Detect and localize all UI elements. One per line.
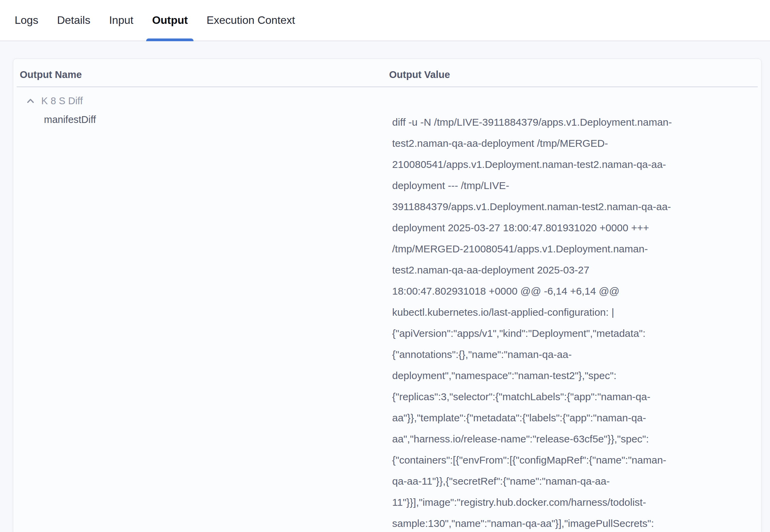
- table-row: manifestDiff diff -u -N /tmp/LIVE-391188…: [13, 112, 761, 532]
- tab-details[interactable]: Details: [57, 0, 90, 41]
- tab-input[interactable]: Input: [109, 0, 133, 41]
- column-header-output-value: Output Value: [389, 70, 755, 80]
- output-table-card: Output Name Output Value K 8 S Diff mani…: [13, 59, 761, 532]
- execution-detail-tabs: Logs Details Input Output Execution Cont…: [0, 0, 770, 41]
- output-name-cell: manifestDiff: [13, 112, 389, 532]
- output-group-label: K 8 S Diff: [41, 95, 83, 107]
- tab-output[interactable]: Output: [152, 0, 188, 41]
- tab-execution-context[interactable]: Execution Context: [206, 0, 295, 41]
- output-tab-panel: Output Name Output Value K 8 S Diff mani…: [0, 41, 770, 532]
- chevron-up-icon[interactable]: [27, 98, 34, 103]
- column-header-output-name: Output Name: [20, 70, 389, 80]
- output-group-k8s-diff[interactable]: K 8 S Diff: [13, 95, 761, 107]
- tab-logs[interactable]: Logs: [15, 0, 38, 41]
- output-table-header: Output Name Output Value: [17, 59, 758, 87]
- output-value-cell: diff -u -N /tmp/LIVE-3911884379/apps.v1.…: [389, 112, 703, 532]
